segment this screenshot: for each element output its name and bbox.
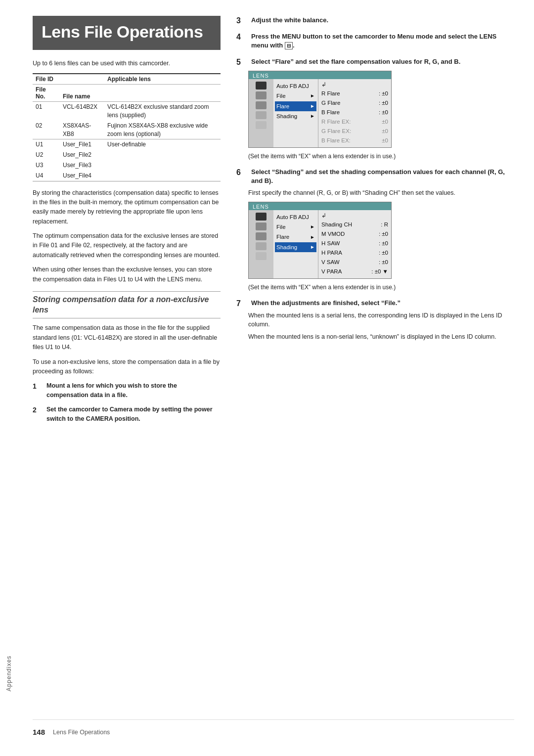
step-6-body: First specify the channel (R, G, or B) w…	[248, 188, 514, 198]
menu-row-flare2: Flare►	[276, 232, 315, 242]
cell-filename-02: XS8X4AS-XB8	[60, 121, 104, 139]
intro-text: Up to 6 lens files can be used with this…	[33, 59, 221, 68]
lens-icon-10	[256, 252, 267, 260]
col2-hsaw: H SAW: ±0	[321, 239, 388, 248]
table-row: 01 VCL-614B2X VCL-614B2X exclusive stand…	[33, 102, 221, 121]
col2-vpara: V PARA: ±0 ▼	[321, 267, 388, 276]
main-content: Lens File Operations Up to 6 lens files …	[18, 0, 534, 756]
step-7: 7 When the adjustments are finished, sel…	[236, 299, 514, 342]
step-2-content: Set the camcorder to Camera mode by sett…	[46, 405, 221, 424]
lens-menu-2-title: LENS	[249, 202, 391, 210]
lens-table: File ID Applicable lens File No. File na…	[33, 73, 221, 181]
lens-icon-4	[256, 111, 267, 119]
columns: Lens File Operations Up to 6 lens files …	[33, 16, 514, 711]
step-6: 6 Select “Shading” and set the shading c…	[236, 168, 514, 292]
col2-rflare-ex: R Flare EX:±0	[321, 117, 388, 127]
table-subheader-applicable	[104, 85, 221, 102]
menu-row-autofb: Auto FB ADJ	[276, 81, 315, 91]
lens-menu-1-col1: Auto FB ADJ File► Flare► Shading►	[273, 79, 318, 147]
col2-mvmod: M VMOD: ±0	[321, 229, 388, 239]
step-7-num: 7	[236, 299, 248, 308]
step-3: 3 Adjust the white balance.	[236, 16, 514, 25]
lens-icon-2	[256, 91, 267, 99]
step-3-title: Adjust the white balance.	[251, 16, 328, 25]
col2-back1: ↲	[321, 81, 388, 88]
body-para-3: When using other lenses than the exclusi…	[33, 265, 221, 284]
cell-filename-u3: User_File3	[60, 160, 104, 171]
page-footer: 148 Lens File Operations	[33, 719, 514, 736]
cell-applicable-u4	[104, 171, 221, 181]
lens-icon-ref: ⊟	[285, 42, 293, 49]
lens-menu-1-col2: ↲ R Flare: ±0 G Flare: ±0 B Flare: ±0 R …	[318, 79, 391, 147]
cell-fileno-u4: U4	[33, 171, 60, 181]
section-heading: Storing compensation data for a non-excl…	[33, 291, 221, 319]
cell-filename-u4: User_File4	[60, 171, 104, 181]
col2-vsaw: V SAW: ±0	[321, 258, 388, 267]
menu-row-file2: File►	[276, 222, 315, 232]
lens-icon-3	[256, 101, 267, 109]
lens-icon-6	[256, 213, 267, 221]
lens-icon-8	[256, 232, 267, 240]
lens-menu-2-col2: ↲ Shading CH: R M VMOD: ±0 H SAW: ±0 H P…	[318, 210, 391, 278]
step-6-num: 6	[236, 168, 248, 185]
step-6-title: Select “Shading” and set the shading com…	[251, 168, 514, 185]
table-header-file-id: File ID	[33, 74, 60, 85]
menu-row-autofb2: Auto FB ADJ	[276, 212, 315, 222]
step-3-num: 3	[236, 16, 248, 25]
step-5: 5 Select “Flare” and set the flare compe…	[236, 57, 514, 161]
footer-label: Lens File Operations	[53, 729, 110, 736]
cell-applicable-u3	[104, 160, 221, 171]
col2-bflare: B Flare: ±0	[321, 108, 388, 117]
col2-bflare-ex: B Flare EX:±0	[321, 136, 388, 145]
cell-fileno-u1: U1	[33, 139, 60, 150]
cell-fileno-u3: U3	[33, 160, 60, 171]
table-subheader-filename: File name	[60, 85, 104, 102]
step-2: 2 Set the camcorder to Camera mode by se…	[33, 405, 221, 424]
cell-applicable-u1: User-definable	[104, 139, 221, 150]
step-5-num: 5	[236, 57, 248, 67]
col2-gflare: G Flare: ±0	[321, 98, 388, 108]
sidebar: Appendixes	[0, 0, 18, 756]
lens-menu-2-col1: Auto FB ADJ File► Flare► Shading►	[273, 210, 318, 278]
step-4-title: Press the MENU button to set the camcord…	[251, 32, 514, 50]
cell-applicable-01: VCL-614B2X exclusive standard zoom lens …	[104, 102, 221, 121]
table-header-file-name	[60, 74, 104, 85]
table-subheader-fileno: File No.	[33, 85, 60, 102]
title-block: Lens File Operations	[33, 16, 221, 50]
step-5-note: (Set the items with “EX” when a lens ext…	[248, 152, 514, 161]
step-2-num: 2	[33, 405, 46, 424]
cell-filename-u2: User_File2	[60, 150, 104, 160]
step-6-note: (Set the items with “EX” when a lens ext…	[248, 283, 514, 292]
page-title: Lens File Operations	[42, 23, 212, 41]
cell-applicable-02: Fujinon XS8X4AS-XB8 exclusive wide zoom …	[104, 121, 221, 139]
step-7-body-2: When the mounted lens is a non-serial le…	[248, 332, 514, 342]
lens-menu-1-inner: Auto FB ADJ File► Flare► Shading► ↲ R Fl…	[249, 79, 391, 147]
lens-icon-9	[256, 242, 267, 250]
step-7-body-1: When the mounted lens is a serial lens, …	[248, 311, 514, 330]
lens-menu-2-inner: Auto FB ADJ File► Flare► Shading► ↲ Shad…	[249, 210, 391, 278]
body-para-1: By storing the characteristics (compensa…	[33, 188, 221, 227]
step-6-header: 6 Select “Shading” and set the shading c…	[236, 168, 514, 185]
table-row: U4 User_File4	[33, 171, 221, 181]
table-row: 02 XS8X4AS-XB8 Fujinon XS8X4AS-XB8 exclu…	[33, 121, 221, 139]
cell-fileno-01: 01	[33, 102, 60, 121]
lens-menu-1: LENS Auto FB ADJ File►	[248, 71, 392, 148]
col2-shadingch: Shading CH: R	[321, 220, 388, 229]
cell-fileno-u2: U2	[33, 150, 60, 160]
col2-back2: ↲	[321, 212, 388, 219]
sidebar-label: Appendixes	[5, 656, 12, 692]
body-para-2: The optimum compensation data for the ex…	[33, 231, 221, 260]
lens-menu-2-icons	[249, 210, 273, 278]
table-header-applicable: Applicable lens	[104, 74, 221, 85]
page-container: Appendixes Lens File Operations Up to 6 …	[0, 0, 534, 756]
step-1-content: Mount a lens for which you wish to store…	[46, 381, 221, 400]
table-row: U2 User_File2	[33, 150, 221, 160]
menu-row-shading2: Shading►	[275, 242, 316, 252]
cell-applicable-u2	[104, 150, 221, 160]
step-7-title: When the adjustments are finished, selec…	[251, 299, 400, 308]
step-2-text: Set the camcorder to Camera mode by sett…	[46, 406, 213, 422]
col2-hpara: H PARA: ±0	[321, 248, 388, 258]
menu-row-flare: Flare►	[275, 101, 316, 111]
lens-icon-7	[256, 222, 267, 230]
col2-rflare: R Flare: ±0	[321, 89, 388, 98]
